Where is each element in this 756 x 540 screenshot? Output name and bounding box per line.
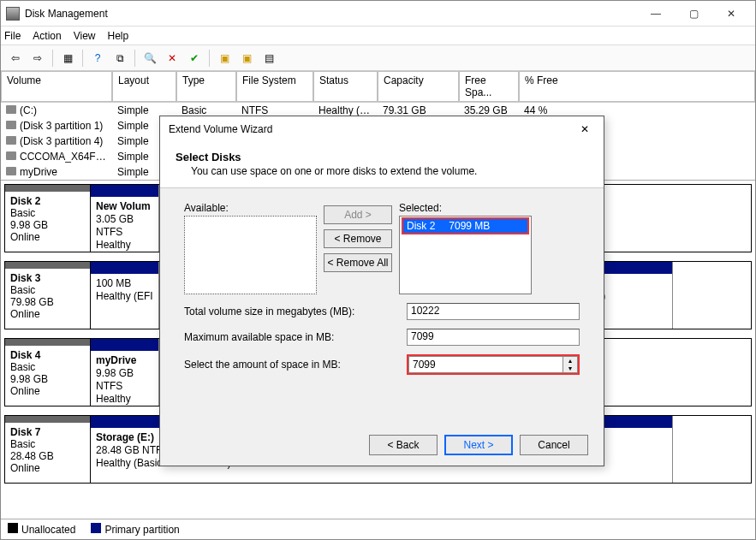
forward-icon[interactable]: ⇨	[28, 49, 47, 68]
legend: Unallocated Primary partition	[1, 519, 755, 539]
toolbar-sep	[209, 50, 210, 67]
dialog-heading: Select Disks	[176, 151, 588, 163]
search-icon[interactable]: 🔍	[140, 49, 159, 68]
add-button[interactable]: Add >	[324, 205, 392, 224]
titlebar: Disk Management — ▢ ✕	[1, 1, 755, 27]
close-button[interactable]: ✕	[712, 2, 750, 26]
col-layout[interactable]: Layout	[112, 71, 176, 102]
col-pct[interactable]: % Free	[519, 71, 755, 102]
selected-disk-item[interactable]: Disk 2 7099 MB	[402, 217, 529, 234]
extend-volume-wizard: Extend Volume Wizard ✕ Select Disks You …	[159, 116, 604, 466]
add-icon[interactable]: ▣	[215, 49, 234, 68]
legend-unallocated: Unallocated	[8, 523, 75, 536]
grid-icon[interactable]: ▦	[58, 49, 77, 68]
dialog-footer: < Back Next > Cancel	[369, 435, 588, 455]
remove-button[interactable]: < Remove	[324, 229, 392, 248]
cancel-button[interactable]: Cancel	[520, 435, 588, 455]
disk-label[interactable]: Disk 4Basic9.98 GBOnline	[5, 339, 91, 406]
dialog-titlebar: Extend Volume Wizard ✕	[160, 116, 604, 142]
available-listbox[interactable]	[184, 216, 317, 294]
minimize-button[interactable]: —	[637, 2, 675, 26]
col-capacity[interactable]: Capacity	[378, 71, 459, 102]
menu-help[interactable]: Help	[108, 30, 129, 42]
list-icon[interactable]: ▤	[259, 49, 278, 68]
amount-input[interactable]	[408, 356, 563, 373]
total-size-value: 10222	[407, 303, 580, 320]
spin-up-icon[interactable]: ▲	[563, 357, 577, 365]
app-icon	[6, 7, 20, 21]
selected-listbox[interactable]: Disk 2 7099 MB	[399, 216, 532, 294]
toolbar-sep	[134, 50, 135, 67]
dialog-body: Available: Add > < Remove < Remove All S…	[160, 188, 604, 375]
delete-icon[interactable]: ✕	[163, 49, 182, 68]
disk-label[interactable]: Disk 7Basic28.48 GBOnline	[5, 416, 91, 483]
menu-view[interactable]: View	[74, 30, 96, 42]
partition[interactable]: New Volum3.05 GB NTFSHealthy (Bas	[91, 185, 159, 252]
folder-icon[interactable]: ▣	[237, 49, 256, 68]
selected-disk-size: 7099 MB	[449, 220, 490, 232]
remove-all-button[interactable]: < Remove All	[324, 253, 392, 272]
col-free[interactable]: Free Spa...	[459, 71, 519, 102]
spin-down-icon[interactable]: ▼	[563, 365, 577, 372]
dialog-title: Extend Volume Wizard	[169, 123, 574, 135]
dialog-header: Select Disks You can use space on one or…	[160, 142, 604, 188]
total-size-label: Total volume size in megabytes (MB):	[184, 306, 407, 317]
volume-table-header: Volume Layout Type File System Status Ca…	[1, 71, 755, 103]
amount-spinner[interactable]: ▲▼	[563, 356, 578, 373]
amount-label: Select the amount of space in MB:	[184, 359, 407, 371]
disk-label[interactable]: Disk 2Basic9.98 GBOnline	[5, 185, 91, 252]
maximize-button[interactable]: ▢	[675, 2, 712, 26]
toolbar: ⇦ ⇨ ▦ ? ⧉ 🔍 ✕ ✔ ▣ ▣ ▤	[1, 45, 755, 71]
disk-label[interactable]: Disk 3Basic79.98 GBOnline	[5, 262, 91, 329]
partition[interactable]: 100 MBHealthy (EFI	[91, 262, 159, 329]
back-icon[interactable]: ⇦	[6, 49, 25, 68]
toolbar-sep	[82, 50, 83, 67]
menubar: File Action View Help	[1, 27, 755, 45]
available-label: Available:	[184, 202, 317, 214]
max-space-label: Maximum available space in MB:	[184, 331, 407, 343]
check-icon[interactable]: ✔	[185, 49, 204, 68]
dialog-close-icon[interactable]: ✕	[574, 119, 595, 139]
toolbar-sep	[52, 50, 53, 67]
selected-disk-name: Disk 2	[407, 220, 435, 232]
help-icon[interactable]: ?	[88, 49, 107, 68]
partition[interactable]: myDrive9.98 GB NTFSHealthy (Bas	[91, 339, 159, 406]
col-status[interactable]: Status	[313, 71, 378, 102]
dialog-subheading: You can use space on one or more disks t…	[191, 165, 588, 177]
legend-primary: Primary partition	[91, 523, 179, 536]
col-fs[interactable]: File System	[236, 71, 313, 102]
max-space-value: 7099	[407, 329, 580, 346]
next-button[interactable]: Next >	[444, 435, 513, 455]
menu-file[interactable]: File	[4, 30, 21, 42]
back-button[interactable]: < Back	[369, 435, 438, 455]
window-title: Disk Management	[25, 8, 637, 20]
menu-action[interactable]: Action	[33, 30, 61, 42]
window-icon[interactable]: ⧉	[110, 49, 129, 68]
col-volume[interactable]: Volume	[1, 71, 112, 102]
col-type[interactable]: Type	[176, 71, 236, 102]
selected-label: Selected:	[399, 202, 540, 214]
